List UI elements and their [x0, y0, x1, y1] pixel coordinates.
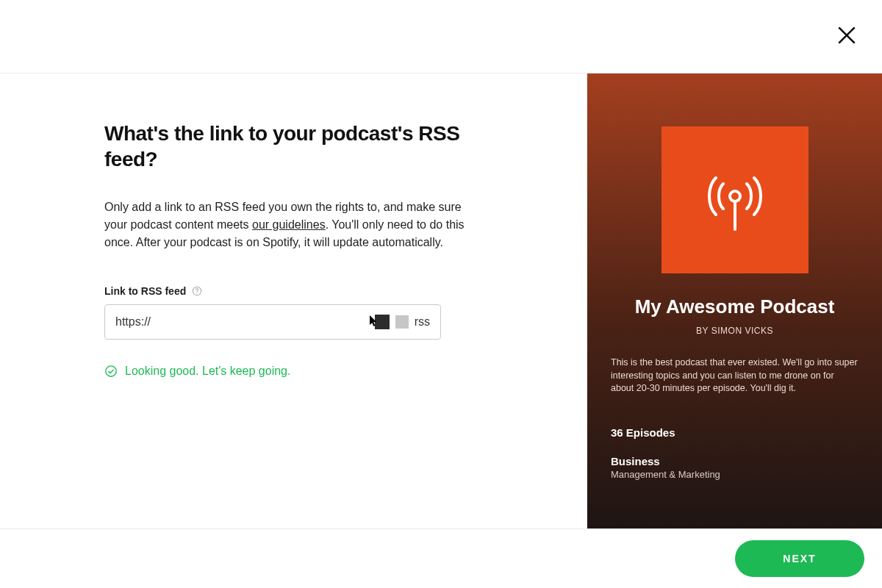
help-icon[interactable]	[192, 286, 202, 296]
next-button[interactable]: NEXT	[735, 540, 864, 577]
close-button[interactable]	[835, 24, 858, 47]
footer-bar: NEXT	[0, 529, 882, 588]
podcast-artwork	[662, 126, 808, 273]
svg-point-3	[197, 293, 198, 293]
validation-message: Looking good. Let's keep going.	[104, 365, 469, 378]
page-heading: What's the link to your podcast's RSS fe…	[104, 121, 469, 172]
page-description: Only add a link to an RSS feed you own t…	[104, 198, 469, 251]
check-circle-icon	[104, 365, 118, 378]
svg-point-4	[106, 366, 116, 376]
podcast-title: My Awesome Podcast	[611, 295, 858, 318]
redacted-block-light	[395, 315, 409, 329]
podcast-category: Business	[611, 455, 858, 467]
broadcast-icon	[691, 156, 779, 244]
svg-point-5	[730, 191, 740, 201]
rss-field-label: Link to RSS feed	[104, 285, 186, 297]
podcast-description: This is the best podcast that ever exist…	[611, 356, 858, 395]
podcast-subcategory: Management & Marketing	[611, 469, 858, 480]
rss-input[interactable]	[115, 305, 375, 339]
rss-input-wrapper[interactable]: rss	[104, 304, 441, 340]
podcast-preview-panel: My Awesome Podcast BY SIMON VICKS This i…	[587, 74, 882, 528]
guidelines-link[interactable]: our guidelines	[252, 218, 326, 231]
close-icon	[835, 24, 858, 47]
podcast-episode-count: 36 Episodes	[611, 426, 858, 439]
validation-text: Looking good. Let's keep going.	[125, 365, 290, 378]
podcast-author: BY SIMON VICKS	[611, 326, 858, 336]
redacted-segment	[375, 315, 409, 329]
top-bar	[0, 0, 882, 74]
form-panel: What's the link to your podcast's RSS fe…	[0, 74, 587, 528]
rss-input-suffix: rss	[415, 315, 430, 329]
redacted-block-dark	[375, 315, 390, 329]
